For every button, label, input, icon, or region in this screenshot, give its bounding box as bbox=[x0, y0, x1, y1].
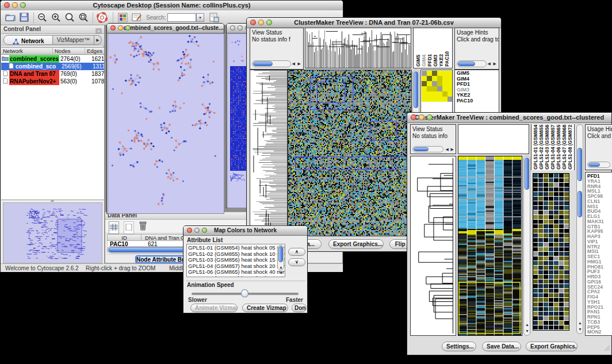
close-button[interactable] bbox=[4, 2, 10, 8]
tv1-coltree-canvas[interactable] bbox=[305, 28, 411, 68]
tv2-hints-scrollbar[interactable] bbox=[587, 162, 610, 168]
tv2-subheat-canvas[interactable] bbox=[533, 174, 569, 330]
scroll-down-arrow[interactable]: ▼ bbox=[525, 329, 529, 334]
window-controls[interactable] bbox=[4, 2, 26, 8]
search-input[interactable] bbox=[167, 13, 196, 22]
close-button[interactable] bbox=[187, 228, 192, 233]
gene-label: PAC10 bbox=[457, 98, 473, 104]
close-button[interactable] bbox=[230, 25, 235, 30]
done-button[interactable]: Done bbox=[292, 304, 307, 312]
scroll-down-arrow[interactable]: ▼ bbox=[279, 271, 283, 275]
network-row[interactable]: DNA and Tran 07 769(0) 183728(0) bbox=[1, 70, 104, 78]
network-row[interactable]: combined_scores 2764(0) 16218(0) bbox=[1, 55, 104, 63]
move-up-button[interactable]: ∧ bbox=[288, 248, 305, 256]
slider-thumb[interactable] bbox=[241, 289, 248, 297]
col-nodes[interactable]: Nodes bbox=[53, 48, 85, 54]
scroll-right-arrow[interactable]: ▶ bbox=[494, 62, 496, 66]
close-button[interactable] bbox=[250, 20, 256, 25]
tv1-view-status-title: View Status bbox=[252, 29, 282, 36]
minimize-button[interactable] bbox=[194, 228, 200, 233]
network-canvas[interactable] bbox=[108, 33, 224, 214]
tv2-rowtree-canvas[interactable] bbox=[411, 156, 456, 335]
tv2-right-vscrollbar[interactable]: ▲ ▼ bbox=[576, 124, 583, 334]
network-row[interactable]: RNAPuberNov2+ 563(0) 107847(0) bbox=[1, 78, 104, 85]
treeview1-titlebar[interactable]: ClusterMaker TreeView : DNA and Tran 07-… bbox=[247, 18, 501, 28]
help-lifebuoy-icon[interactable] bbox=[97, 12, 108, 25]
tv2-usage-hints-text: Click and drag to bbox=[587, 133, 612, 139]
main-titlebar[interactable]: Cytoscape Desktop (Session Name: collins… bbox=[1, 1, 343, 11]
attribute-list[interactable]: GPL51-01 (GSM854) heat shock 05 minGPL51… bbox=[187, 244, 285, 277]
create-vizmap-button[interactable]: Create Vizmap bbox=[242, 304, 288, 312]
scroll-left-arrow[interactable]: ◀ bbox=[446, 147, 449, 152]
zoom-button[interactable] bbox=[266, 20, 272, 25]
tv2-settings-button[interactable]: Settings... bbox=[442, 342, 476, 351]
minimize-button[interactable] bbox=[238, 25, 243, 30]
network-view-title: combined_scores_good.txt--cluste... bbox=[124, 25, 224, 31]
window-controls[interactable] bbox=[250, 20, 272, 25]
window-controls[interactable] bbox=[110, 25, 131, 30]
tab-vizmapper[interactable]: VizMapper™ bbox=[53, 35, 94, 45]
treeview1-title: ClusterMaker TreeView : DNA and Tran 07-… bbox=[294, 19, 454, 26]
dialog-titlebar[interactable]: Map Colors to Network bbox=[183, 226, 307, 236]
minimize-button[interactable] bbox=[12, 2, 18, 8]
minimize-button[interactable] bbox=[258, 20, 264, 25]
scroll-right-arrow[interactable]: ▶ bbox=[298, 62, 301, 66]
resize-grip[interactable] bbox=[603, 343, 610, 354]
tv1-hints-scrollbar[interactable] bbox=[457, 60, 487, 67]
treeview2-titlebar[interactable]: ClusterMaker TreeView : combined_scores_… bbox=[407, 113, 611, 123]
delete-attribute-icon[interactable] bbox=[139, 221, 147, 233]
scroll-right-arrow[interactable]: ▶ bbox=[451, 147, 454, 152]
network-row-selected[interactable]: combined_sco 2569(6) 13112(15) bbox=[1, 63, 104, 70]
zoom-out-icon[interactable] bbox=[37, 13, 47, 25]
tv2-heatmap-vscrollbar[interactable]: ▲ ▼ bbox=[523, 156, 530, 336]
search-dropdown-button[interactable]: ▾ bbox=[196, 13, 204, 22]
zoom-button[interactable] bbox=[125, 25, 131, 30]
animate-vizmap-button[interactable]: Animate Vizmap bbox=[190, 304, 238, 312]
zoom-button[interactable] bbox=[202, 228, 207, 233]
tab-more-button[interactable]: ▶ bbox=[94, 35, 102, 45]
window-controls[interactable] bbox=[411, 114, 433, 120]
data-col-id[interactable]: ID bbox=[108, 235, 141, 240]
tv1-gene-list[interactable]: GIM5GIM4PFD1GIM3YKE2PAC10 bbox=[457, 71, 473, 104]
tv1-rowtree-canvas[interactable] bbox=[250, 70, 287, 236]
close-button[interactable] bbox=[110, 25, 116, 30]
minimize-button[interactable] bbox=[419, 114, 424, 120]
window-controls[interactable] bbox=[187, 228, 207, 233]
attribute-table-icon[interactable] bbox=[109, 221, 119, 234]
open-folder-icon[interactable] bbox=[5, 13, 16, 24]
tv1-mini-canvas[interactable] bbox=[422, 71, 453, 102]
minimize-button[interactable] bbox=[118, 25, 123, 30]
tv1-status-scrollbar[interactable] bbox=[252, 60, 291, 67]
move-down-button[interactable]: ∨ bbox=[288, 258, 305, 266]
attribute-listbox[interactable]: GPL51-01 (GSM854) heat shock 05 minGPL51… bbox=[186, 244, 285, 277]
birdseye-canvas[interactable] bbox=[3, 202, 102, 263]
zoom-button[interactable] bbox=[427, 114, 433, 120]
scroll-down-arrow[interactable]: ▼ bbox=[578, 327, 582, 332]
tv2-status-scrollbar[interactable] bbox=[412, 146, 443, 152]
tv2-export-graphics-button[interactable]: Export Graphics... bbox=[526, 342, 577, 351]
network-view-titlebar[interactable]: combined_scores_good.txt--cluste... bbox=[107, 24, 224, 33]
close-button[interactable] bbox=[411, 114, 416, 120]
scroll-up-arrow[interactable]: ▲ bbox=[525, 323, 529, 327]
col-network[interactable]: Network bbox=[1, 48, 53, 54]
zoom-button[interactable] bbox=[20, 2, 26, 8]
tab-network[interactable]: Network bbox=[3, 35, 53, 45]
zoom-fit-icon[interactable] bbox=[79, 13, 89, 25]
scroll-left-arrow[interactable]: ◀ bbox=[488, 62, 491, 66]
zoom-selected-icon[interactable] bbox=[65, 13, 75, 25]
save-icon[interactable] bbox=[20, 13, 29, 24]
tv1-export-graphics-button[interactable]: Export Graphics... bbox=[328, 239, 384, 249]
col-edges[interactable]: Edges bbox=[85, 48, 104, 54]
tv1-collabel-list[interactable]: GIM5GIM4PFD1GIM3YKE2PAC10 bbox=[415, 29, 450, 67]
scroll-up-arrow[interactable]: ▲ bbox=[279, 265, 283, 270]
tv1-heatmap-canvas[interactable] bbox=[288, 70, 411, 236]
tv2-gene-list[interactable]: PFD1YRA1RNR4MSL1SPC98CLN1NIS1BUD4ELG1MAK… bbox=[587, 174, 604, 335]
tv2-save-data-button[interactable]: Save Data... bbox=[482, 342, 521, 351]
tv2-usage-hints: Usage Hints Click and drag to bbox=[585, 124, 612, 170]
tv2-heatmap-canvas[interactable] bbox=[458, 156, 522, 335]
tv2-collabel-list[interactable]: GPL51-01 (GSM854)GPL51-02 (GSM855)GPL51-… bbox=[533, 125, 573, 170]
zoom-in-icon[interactable] bbox=[51, 13, 61, 25]
new-attribute-icon[interactable] bbox=[124, 221, 134, 234]
scroll-up-arrow[interactable]: ▲ bbox=[578, 321, 582, 325]
scroll-left-arrow[interactable]: ◀ bbox=[292, 62, 295, 66]
